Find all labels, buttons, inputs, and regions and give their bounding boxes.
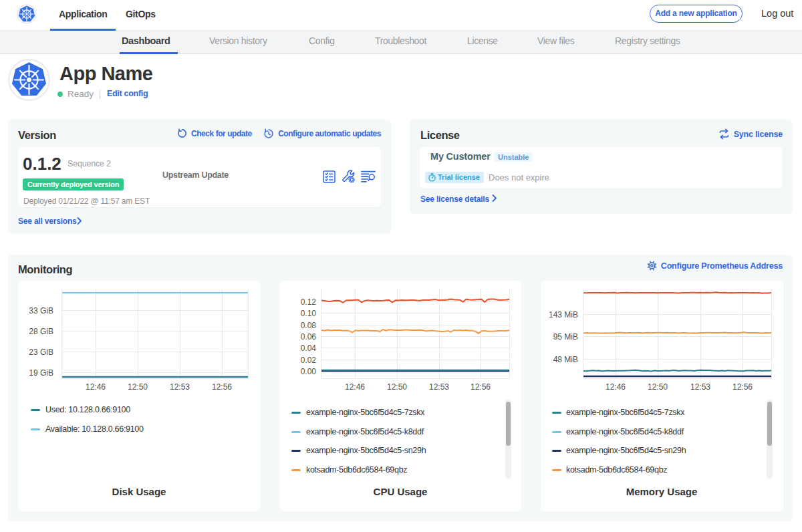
svg-text:95 MiB: 95 MiB	[553, 332, 578, 342]
svg-text:48 MiB: 48 MiB	[553, 355, 578, 364]
svg-text:19 GiB: 19 GiB	[29, 368, 53, 378]
svg-text:12:50: 12:50	[387, 382, 407, 392]
svg-text:28 GiB: 28 GiB	[29, 327, 53, 336]
svg-text:12:53: 12:53	[170, 382, 190, 392]
svg-text:12:46: 12:46	[345, 382, 365, 392]
svg-text:0.08: 0.08	[301, 321, 317, 330]
svg-text:12:56: 12:56	[212, 382, 232, 392]
svg-text:0.00: 0.00	[301, 367, 317, 376]
svg-text:0.02: 0.02	[301, 356, 317, 365]
svg-text:12:56: 12:56	[471, 382, 491, 392]
svg-text:33 GiB: 33 GiB	[29, 306, 53, 315]
svg-text:12:46: 12:46	[86, 382, 106, 392]
svg-text:0.12: 0.12	[301, 297, 317, 307]
svg-text:0.10: 0.10	[301, 309, 317, 318]
svg-text:12:56: 12:56	[732, 382, 753, 392]
svg-text:0.04: 0.04	[301, 344, 317, 353]
svg-text:12:46: 12:46	[606, 382, 626, 392]
svg-text:23 GiB: 23 GiB	[29, 348, 53, 357]
svg-text:12:50: 12:50	[648, 382, 668, 392]
svg-text:12:50: 12:50	[128, 382, 148, 392]
svg-text:143 MiB: 143 MiB	[549, 310, 578, 319]
svg-text:0.06: 0.06	[301, 332, 317, 342]
svg-text:12:53: 12:53	[690, 382, 710, 392]
svg-text:12:53: 12:53	[429, 382, 449, 392]
